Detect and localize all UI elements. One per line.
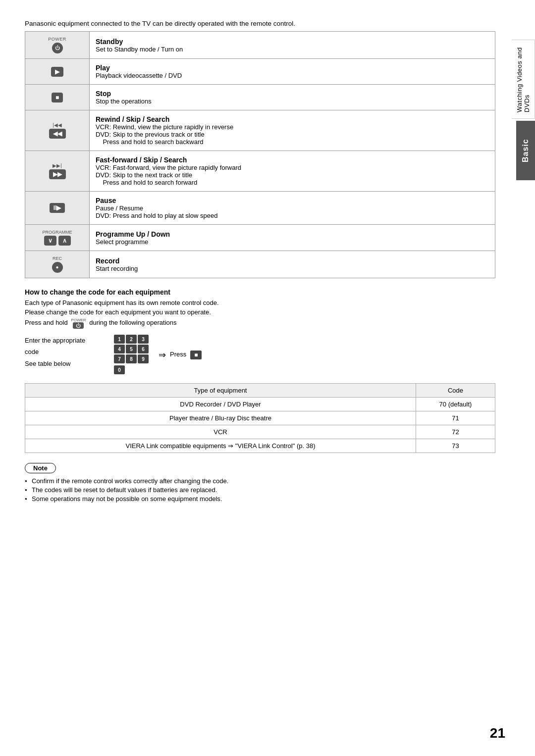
prog-down-icon: ∨ [44,236,56,246]
icon-cell: ■ [25,85,90,110]
icon-cell: ▶▶| ▶▶ [25,151,90,192]
rec-label: REC [31,256,83,261]
equip-type-cell: Player theatre / Blu-ray Disc theatre [25,411,416,425]
icon-cell: |◀◀ ◀◀ [25,110,90,151]
ctrl-label: Rewind / Skip / Search [96,115,489,123]
controls-table: POWER ⏻ Standby Set to Standby mode / Tu… [25,31,495,278]
press-label: Press [170,351,186,358]
main-content: Panasonic equipment connected to the TV … [25,20,495,503]
equip-type-cell: VIERA Link compatible equipments ⇒ "VIER… [25,439,416,453]
numpad-row-3: 7 8 9 [114,354,149,363]
intro-text: Panasonic equipment connected to the TV … [25,20,495,27]
table-row: |◀◀ ◀◀ Rewind / Skip / Search VCR: Rewin… [25,110,495,151]
note-section: Note Confirm if the remote control works… [25,463,495,503]
ctrl-label: Stop [96,90,489,98]
how-to-line-2: Please change the code for each equipmen… [25,308,495,316]
num-btn-5: 5 [126,345,137,353]
equip-code-cell: 71 [416,411,495,425]
desc-cell: Programme Up / Down Select programme [90,225,495,251]
equip-col-type: Type of equipment [25,384,416,398]
icon-cell: POWER ⏻ [25,32,90,59]
numpad-container: 1 2 3 4 5 6 7 8 9 0 [114,335,149,375]
how-to-section: How to change the code for each equipmen… [25,288,495,375]
pause-icon: II▶ [50,203,65,213]
table-row: II▶ Pause Pause / ResumeDVD: Press and h… [25,192,495,225]
table-row: DVD Recorder / DVD Player70 (default) [25,398,495,411]
how-to-line-3: Press and hold POWER ⏻ during the follow… [25,318,495,329]
equip-table-header-row: Type of equipment Code [25,384,495,398]
ctrl-desc: Set to Standby mode / Turn on [96,46,489,53]
num-btn-1: 1 [114,335,125,344]
note-box: Note [25,463,56,473]
num-btn-6: 6 [138,345,149,353]
stop-btn-small: ■ [190,351,202,359]
how-to-line-1: Each type of Panasonic equipment has its… [25,299,495,306]
table-row: VIERA Link compatible equipments ⇒ "VIER… [25,439,495,453]
equip-col-code: Code [416,384,495,398]
step-left: Enter the appropriatecodeSee table below [25,335,104,369]
ctrl-label: Fast-forward / Skip / Search [96,156,489,164]
rec-icon: ● [52,262,63,273]
equip-type-cell: VCR [25,425,416,439]
power-label: POWER [31,37,83,42]
table-row: REC ● Record Start recording [25,251,495,278]
note-item: The codes will be reset to default value… [25,486,495,494]
page-number: 21 [490,725,505,741]
stop-icon: ■ [52,93,63,102]
power-inline-btn: ⏻ [73,322,84,329]
programme-buttons: ∨ ∧ [31,236,83,246]
num-btn-9: 9 [138,354,149,363]
num-btn-2: 2 [126,335,137,344]
note-item: Confirm if the remote control works corr… [25,477,495,485]
fastforward-icon: ▶▶ [49,169,66,179]
ctrl-desc: Stop the operations [96,98,489,105]
equip-code-cell: 73 [416,439,495,453]
arrow-press: ⇒ Press ■ [159,350,202,360]
num-btn-4: 4 [114,345,125,353]
desc-cell: Play Playback videocassette / DVD [90,59,495,85]
icon-cell: ▶ [25,59,90,85]
desc-cell: Record Start recording [90,251,495,278]
rewind-icon: ◀◀ [49,129,66,139]
icon-cell: PROGRAMME ∨ ∧ [25,225,90,251]
numpad-row-2: 4 5 6 [114,345,149,353]
page-wrapper: Watching Videos and DVDs Basic 21 Panaso… [0,0,535,756]
ctrl-label: Play [96,64,489,72]
numpad-row-4: 0 [114,364,125,374]
table-row: POWER ⏻ Standby Set to Standby mode / Tu… [25,32,495,59]
prog-up-icon: ∧ [58,236,71,246]
num-btn-8: 8 [126,354,137,363]
arrow-icon: ⇒ [159,350,166,360]
equip-code-cell: 70 (default) [416,398,495,411]
table-row: ▶ Play Playback videocassette / DVD [25,59,495,85]
icon-cell: REC ● [25,251,90,278]
side-tab-basic: Basic [516,121,535,180]
side-tab-watching: Watching Videos and DVDs [512,40,535,119]
how-to-steps: Enter the appropriatecodeSee table below… [25,335,495,375]
ctrl-desc: Playback videocassette / DVD [96,72,489,79]
desc-cell: Rewind / Skip / Search VCR: Rewind, view… [90,110,495,151]
ctrl-label: Record [96,257,489,265]
ctrl-desc: Pause / ResumeDVD: Press and hold to pla… [96,204,489,219]
desc-cell: Stop Stop the operations [90,85,495,110]
num-btn-0: 0 [114,365,125,374]
num-btn-7: 7 [114,354,125,363]
desc-cell: Pause Pause / ResumeDVD: Press and hold … [90,192,495,225]
ctrl-desc: Select programme [96,238,489,246]
play-icon: ▶ [51,67,63,77]
numpad-row-1: 1 2 3 [114,335,149,344]
equip-table: Type of equipment Code DVD Recorder / DV… [25,383,495,453]
ctrl-label: Standby [96,38,489,46]
icon-cell: II▶ [25,192,90,225]
table-row: Player theatre / Blu-ray Disc theatre71 [25,411,495,425]
ctrl-label: Programme Up / Down [96,230,489,238]
power-inline-label: POWER [71,318,86,322]
equip-type-cell: DVD Recorder / DVD Player [25,398,416,411]
ctrl-desc: VCR: Fast-forward, view the picture rapi… [96,164,489,186]
note-item: Some operations may not be possible on s… [25,495,495,503]
ctrl-desc: Start recording [96,265,489,272]
how-to-title: How to change the code for each equipmen… [25,288,495,296]
ctrl-label: Pause [96,197,489,204]
ctrl-desc: VCR: Rewind, view the picture rapidly in… [96,123,489,146]
power-inline: POWER ⏻ [71,318,86,329]
